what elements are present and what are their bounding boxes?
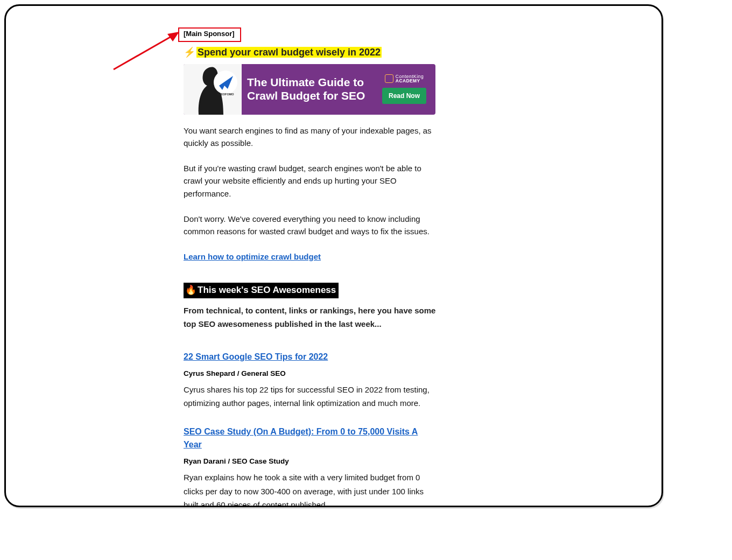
article-item: SEO Case Study (On A Budget): From 0 to …: [184, 425, 437, 507]
article-item: 22 Smart Google SEO Tips for 2022 Cyrus …: [184, 351, 437, 410]
sponsor-headline-text: Spend your crawl budget wisely in 2022: [196, 47, 382, 58]
article-meta: Cyrus Shepard / General SEO: [184, 368, 437, 380]
banner-circle-caption: #SEOFOMO: [217, 93, 234, 96]
sponsor-cta-link[interactable]: Learn how to optimize crawl budget: [184, 252, 321, 261]
article-title-link[interactable]: 22 Smart Google SEO Tips for 2022: [184, 352, 328, 361]
svg-marker-1: [167, 32, 179, 41]
banner-brand: ContentKing ACADEMY: [377, 74, 431, 83]
article-description: Ryan explains how he took a site with a …: [184, 471, 437, 507]
bolt-icon: ⚡: [184, 47, 195, 59]
section-lede: From technical, to content, links or ran…: [184, 304, 437, 331]
section-heading-chip: 🔥This week's SEO Awesomeness: [184, 283, 339, 298]
fire-icon: 🔥: [185, 285, 196, 295]
page-canvas: [Main Sponsor] ⚡Spend your crawl budget …: [0, 0, 667, 512]
article-title-link[interactable]: SEO Case Study (On A Budget): From 0 to …: [184, 427, 418, 450]
sponsor-headline: ⚡Spend your crawl budget wisely in 2022: [184, 47, 437, 59]
sponsor-paragraph-2: But if you're wasting crawl budget, sear…: [184, 162, 437, 200]
banner-title: The Ultimate Guide to Crawl Budget for S…: [242, 76, 377, 103]
sponsor-label-callout: [Main Sponsor]: [178, 27, 241, 42]
shield-icon: [385, 74, 393, 83]
banner-right-col: ContentKing ACADEMY Read Now: [377, 74, 435, 104]
section-heading-text: This week's SEO Awesomeness: [198, 285, 336, 295]
banner-avatar: #SEOFOMO: [184, 64, 242, 115]
annotation-arrow-icon: [108, 27, 189, 76]
newsletter-column: ⚡Spend your crawl budget wisely in 2022 …: [184, 47, 437, 507]
banner-brand-bottom: ACADEMY: [396, 78, 420, 83]
sponsor-label-text: [Main Sponsor]: [184, 30, 235, 38]
screenshot-frame: [Main Sponsor] ⚡Spend your crawl budget …: [4, 4, 663, 507]
sponsor-paragraph-3: Don't worry. We've covered everything yo…: [184, 213, 437, 238]
sponsor-paragraph-1: You want search engines to find as many …: [184, 124, 437, 150]
article-description: Cyrus shares his top 22 tips for success…: [184, 383, 437, 410]
banner-cta-button[interactable]: Read Now: [382, 88, 426, 104]
svg-line-0: [114, 35, 174, 69]
sponsor-banner[interactable]: #SEOFOMO The Ultimate Guide to Crawl Bud…: [184, 64, 435, 115]
article-meta: Ryan Darani / SEO Case Study: [184, 456, 437, 467]
